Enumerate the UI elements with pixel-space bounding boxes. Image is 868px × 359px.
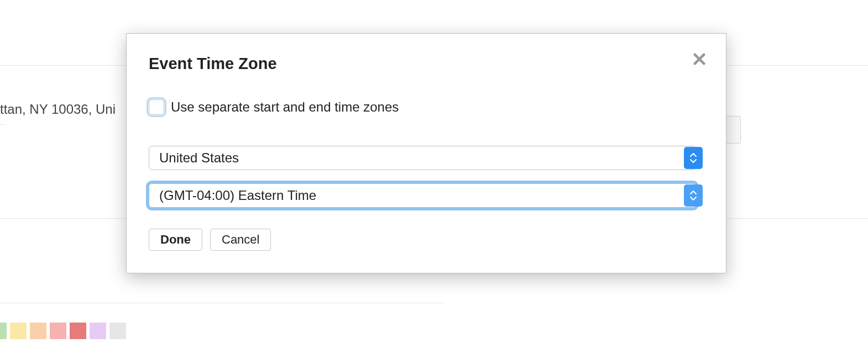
- divider: [0, 303, 442, 303]
- separate-timezones-checkbox[interactable]: [149, 99, 164, 115]
- color-swatch[interactable]: [30, 323, 46, 339]
- color-swatch[interactable]: [90, 323, 106, 339]
- timezone-select-wrap: (GMT-04:00) Eastern Time: [149, 183, 704, 208]
- country-select-wrap: United States: [149, 146, 704, 170]
- done-button[interactable]: Done: [149, 229, 202, 251]
- timezone-select-value: (GMT-04:00) Eastern Time: [159, 188, 316, 203]
- color-swatch[interactable]: [50, 323, 66, 339]
- separate-timezones-label: Use separate start and end time zones: [171, 99, 399, 115]
- color-swatches: [0, 323, 126, 339]
- close-icon: [692, 51, 707, 67]
- color-swatch[interactable]: [70, 323, 86, 339]
- dialog-title: Event Time Zone: [149, 55, 704, 73]
- dialog-buttons: Done Cancel: [149, 229, 704, 251]
- divider: [0, 124, 6, 125]
- event-timezone-dialog: Event Time Zone Use separate start and e…: [126, 33, 726, 273]
- close-button[interactable]: [692, 51, 707, 67]
- country-select[interactable]: United States: [149, 146, 696, 170]
- timezone-select[interactable]: (GMT-04:00) Eastern Time: [149, 183, 696, 208]
- color-swatch[interactable]: [0, 323, 7, 339]
- color-swatch[interactable]: [10, 323, 27, 339]
- location-input-fragment[interactable]: ttan, NY 10036, Uni: [0, 102, 116, 117]
- separate-timezones-row: Use separate start and end time zones: [149, 99, 704, 115]
- color-swatch[interactable]: [109, 323, 126, 339]
- cancel-button[interactable]: Cancel: [210, 229, 271, 251]
- country-select-value: United States: [159, 150, 239, 166]
